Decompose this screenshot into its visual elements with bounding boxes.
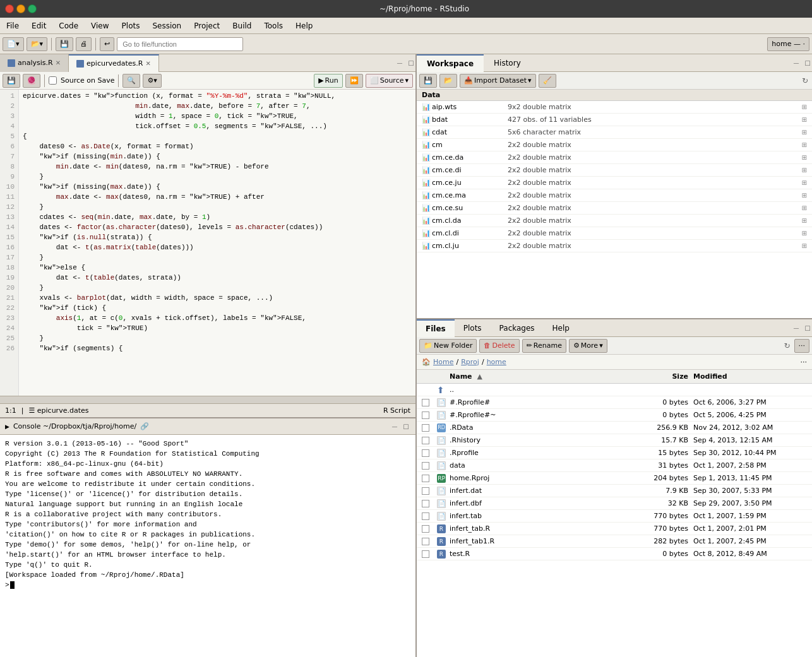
import-dataset-button[interactable]: 📥 Import Dataset ▾ xyxy=(460,74,536,88)
file-checkbox[interactable] xyxy=(422,487,429,495)
close-button[interactable] xyxy=(5,4,14,13)
file-name[interactable]: infert.tab xyxy=(450,512,630,520)
new-folder-button[interactable]: 📁 New Folder xyxy=(419,339,477,353)
file-name[interactable]: infert.dbf xyxy=(450,499,630,507)
file-checkbox[interactable] xyxy=(422,411,429,419)
delete-button[interactable]: 🗑 Delete xyxy=(479,339,519,353)
save-button[interactable]: 💾 xyxy=(56,37,73,51)
modified-col-header[interactable]: Modified xyxy=(693,372,807,381)
menu-file[interactable]: File xyxy=(0,20,25,32)
save-workspace-button[interactable]: 💾 xyxy=(419,74,437,88)
ws-row-grid-icon[interactable]: ⊞ xyxy=(802,141,807,148)
ws-row-grid-icon[interactable]: ⊞ xyxy=(802,230,807,237)
tab-workspace[interactable]: Workspace xyxy=(417,54,484,72)
list-item[interactable]: ⬆ .. xyxy=(417,384,812,396)
refresh-files-button[interactable] xyxy=(783,341,792,350)
ws-row-grid-icon[interactable]: ⊞ xyxy=(802,167,807,174)
ws-row-grid-icon[interactable]: ⊞ xyxy=(802,104,807,110)
list-item[interactable]: 📄 infert.tab 770 bytes Oct 1, 2007, 1:59… xyxy=(417,510,812,523)
list-item[interactable]: 📄 .Rprofile 15 bytes Sep 30, 2012, 10:44… xyxy=(417,447,812,459)
workspace-row[interactable]: 📊 cm.ce.da 2x2 double matrix ⊞ xyxy=(417,151,812,164)
file-checkbox[interactable] xyxy=(422,475,429,482)
run-button[interactable]: ▶ Run xyxy=(314,74,343,88)
workspace-row[interactable]: 📊 cm.ce.ju 2x2 double matrix ⊞ xyxy=(417,177,812,189)
file-checkbox[interactable] xyxy=(422,449,429,457)
list-item[interactable]: RP home.Rproj 204 bytes Sep 1, 2013, 11:… xyxy=(417,472,812,485)
file-checkbox[interactable] xyxy=(422,399,429,406)
file-name[interactable]: #.Rprofile#~ xyxy=(450,411,630,419)
list-item[interactable]: R infert_tab1.R 282 bytes Oct 1, 2007, 2… xyxy=(417,535,812,548)
menu-help[interactable]: Help xyxy=(289,20,319,32)
file-checkbox[interactable] xyxy=(422,525,429,533)
file-name[interactable]: #.Rprofile# xyxy=(450,398,630,406)
source-on-save-checkbox[interactable] xyxy=(49,76,57,85)
editor-scrollbar-h[interactable] xyxy=(0,396,415,403)
list-item[interactable]: 📄 #.Rprofile# 0 bytes Oct 6, 2006, 3:27 … xyxy=(417,396,812,409)
new-file-button[interactable]: 📄▾ xyxy=(3,37,24,51)
run-next-button[interactable]: ⏩ xyxy=(345,74,363,88)
tab-plots[interactable]: Plots xyxy=(455,319,491,337)
file-name[interactable]: test.R xyxy=(450,550,630,558)
size-col-header[interactable]: Size xyxy=(630,372,693,381)
file-checkbox[interactable] xyxy=(422,538,429,545)
minimize-button[interactable] xyxy=(16,4,25,13)
more-files-button[interactable]: ··· xyxy=(794,339,810,353)
files-more-btn[interactable]: ··· xyxy=(801,358,808,366)
file-checkbox[interactable] xyxy=(422,500,429,507)
load-workspace-button[interactable]: 📂 xyxy=(439,74,457,88)
file-name[interactable]: infert.dat xyxy=(450,487,630,495)
go-to-file-input[interactable] xyxy=(117,37,243,51)
editor-minimize-button[interactable] xyxy=(395,59,404,68)
console-content[interactable]: R version 3.0.1 (2013-05-16) -- "Good Sp… xyxy=(0,435,415,657)
list-item[interactable]: RD .RData 256.9 KB Nov 24, 2012, 3:02 AM xyxy=(417,422,812,434)
console-maximize-button[interactable] xyxy=(402,422,410,431)
list-item[interactable]: 📄 infert.dbf 32 KB Sep 29, 2007, 3:50 PM xyxy=(417,497,812,510)
workspace-row[interactable]: 📊 cm.ce.di 2x2 double matrix ⊞ xyxy=(417,164,812,177)
ws-row-grid-icon[interactable]: ⊞ xyxy=(802,116,807,123)
list-item[interactable]: 📄 #.Rprofile#~ 0 bytes Oct 5, 2006, 4:25… xyxy=(417,409,812,422)
menu-session[interactable]: Session xyxy=(146,20,188,32)
file-name[interactable]: .Rhistory xyxy=(450,436,630,444)
ws-row-grid-icon[interactable]: ⊞ xyxy=(802,204,807,211)
file-name[interactable]: infert_tab1.R xyxy=(450,537,630,545)
workspace-row[interactable]: 📊 cm.cl.da 2x2 double matrix ⊞ xyxy=(417,215,812,227)
file-checkbox[interactable] xyxy=(422,512,429,520)
files-minimize-button[interactable] xyxy=(792,324,801,333)
rename-button[interactable]: ✏ Rename xyxy=(522,339,566,353)
tab-files[interactable]: Files xyxy=(417,319,455,337)
workspace-row[interactable]: 📊 cm.cl.ju 2x2 double matrix ⊞ xyxy=(417,240,812,252)
file-name[interactable]: .Rprofile xyxy=(450,449,630,457)
menu-build[interactable]: Build xyxy=(226,20,258,32)
file-name[interactable]: home.Rproj xyxy=(450,474,630,482)
workspace-row[interactable]: 📊 cm.ce.su 2x2 double matrix ⊞ xyxy=(417,202,812,215)
file-name[interactable]: infert_tab.R xyxy=(450,524,630,533)
list-item[interactable]: R infert_tab.R 770 bytes Oct 1, 2007, 2:… xyxy=(417,523,812,535)
ws-row-grid-icon[interactable]: ⊞ xyxy=(802,192,807,199)
list-item[interactable]: 📄 infert.dat 7.9 KB Sep 30, 2007, 5:33 P… xyxy=(417,485,812,497)
code-content[interactable]: epicurve.dates = "kw">function (x, forma… xyxy=(19,90,415,396)
open-file-button[interactable]: 📂▾ xyxy=(27,37,48,51)
go-back-button[interactable]: ↩ xyxy=(100,37,114,51)
code-editor[interactable]: 1234567891011121314151617181920212223242… xyxy=(0,90,415,396)
tools-editor-button[interactable]: ⚙▾ xyxy=(143,74,161,88)
save-editor-button[interactable]: 💾 xyxy=(3,74,20,88)
knit-button[interactable]: 🧶 xyxy=(23,74,40,88)
workspace-row[interactable]: 📊 cm.ce.ma 2x2 double matrix ⊞ xyxy=(417,189,812,202)
console-minimize-button[interactable] xyxy=(390,422,399,431)
file-name[interactable]: data xyxy=(450,461,630,470)
file-checkbox[interactable] xyxy=(422,550,429,558)
list-item[interactable]: 📄 data 31 bytes Oct 1, 2007, 2:58 PM xyxy=(417,459,812,472)
name-col-header[interactable]: Name ▲ xyxy=(450,372,630,381)
breadcrumb-rproj[interactable]: Rproj xyxy=(461,358,479,366)
ws-row-grid-icon[interactable]: ⊞ xyxy=(802,217,807,224)
menu-code[interactable]: Code xyxy=(52,20,85,32)
file-checkbox[interactable] xyxy=(422,437,429,444)
ws-row-grid-icon[interactable]: ⊞ xyxy=(802,242,807,249)
source-button[interactable]: ⬜ Source ▾ xyxy=(366,74,413,88)
file-checkbox[interactable] xyxy=(422,424,429,432)
find-button[interactable]: 🔍 xyxy=(122,74,140,88)
menu-tools[interactable]: Tools xyxy=(258,20,289,32)
window-controls[interactable] xyxy=(5,4,37,13)
ws-row-grid-icon[interactable]: ⊞ xyxy=(802,154,807,161)
ws-row-grid-icon[interactable]: ⊞ xyxy=(802,129,807,136)
